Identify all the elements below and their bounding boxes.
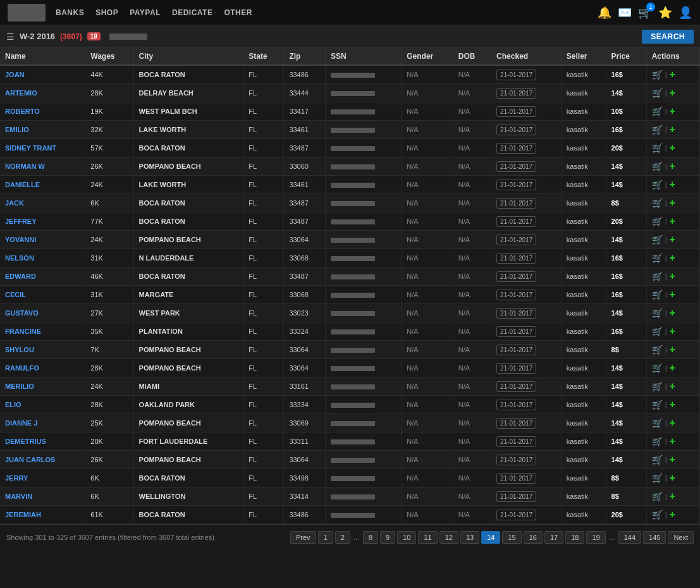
cell-name[interactable]: GUSTAVO	[0, 304, 85, 322]
add-icon[interactable]: +	[670, 234, 675, 245]
add-to-cart-icon[interactable]: 🛒	[652, 271, 663, 281]
nav-dedicate[interactable]: Dedicate	[172, 8, 212, 17]
add-to-cart-icon[interactable]: 🛒	[652, 88, 663, 98]
cell-name[interactable]: DANIELLE	[0, 176, 85, 194]
cell-name[interactable]: ROBERTO	[0, 102, 85, 121]
cell-name[interactable]: CECIL	[0, 286, 85, 304]
cell-name[interactable]: FRANCINE	[0, 322, 85, 341]
add-icon[interactable]: +	[670, 381, 675, 392]
cell-name[interactable]: JACK	[0, 194, 85, 212]
page-btn-16[interactable]: 16	[524, 531, 543, 544]
add-to-cart-icon[interactable]: 🛒	[652, 455, 663, 465]
cell-name[interactable]: NORMAN W	[0, 157, 85, 176]
add-icon[interactable]: +	[670, 436, 675, 447]
nav-shop[interactable]: Shop	[95, 8, 118, 17]
page-btn-19[interactable]: 19	[586, 531, 605, 544]
page-btn-144[interactable]: 144	[618, 531, 641, 544]
add-to-cart-icon[interactable]: 🛒	[652, 345, 663, 355]
add-icon[interactable]: +	[670, 106, 675, 117]
add-icon[interactable]: +	[670, 491, 675, 502]
search-button[interactable]: SEARCH	[642, 30, 694, 44]
cart-icon[interactable]: 🛒 1	[638, 6, 652, 20]
hamburger-icon[interactable]: ☰	[6, 32, 15, 42]
add-to-cart-icon[interactable]: 🛒	[652, 235, 663, 245]
add-to-cart-icon[interactable]: 🛒	[652, 216, 663, 226]
cell-name[interactable]: JEREMIAH	[0, 506, 85, 524]
add-icon[interactable]: +	[670, 326, 675, 337]
add-to-cart-icon[interactable]: 🛒	[652, 198, 663, 208]
page-btn-11[interactable]: 11	[418, 531, 437, 544]
add-icon[interactable]: +	[670, 216, 675, 227]
cell-name[interactable]: JEFFREY	[0, 212, 85, 231]
add-to-cart-icon[interactable]: 🛒	[652, 491, 663, 501]
add-icon[interactable]: +	[670, 289, 675, 300]
add-icon[interactable]: +	[670, 454, 675, 465]
page-btn-8[interactable]: 8	[363, 531, 378, 544]
add-icon[interactable]: +	[670, 417, 675, 429]
page-btn-10[interactable]: 10	[397, 531, 416, 544]
page-btn-9[interactable]: 9	[380, 531, 395, 544]
nav-other[interactable]: Other	[224, 8, 252, 17]
page-btn-12[interactable]: 12	[439, 531, 458, 544]
add-icon[interactable]: +	[670, 87, 675, 99]
add-to-cart-icon[interactable]: 🛒	[652, 70, 663, 80]
message-icon[interactable]: ✉️	[618, 6, 632, 20]
add-icon[interactable]: +	[670, 472, 675, 484]
cell-name[interactable]: MERILIO	[0, 377, 85, 396]
cell-name[interactable]: DEMETRIUS	[0, 432, 85, 451]
add-to-cart-icon[interactable]: 🛒	[652, 161, 663, 171]
prev-button[interactable]: Prev	[290, 531, 316, 544]
star-icon[interactable]: ⭐	[658, 6, 672, 20]
cell-name[interactable]: JOAN	[0, 65, 85, 84]
bell-icon[interactable]: 🔔	[598, 6, 611, 20]
next-button[interactable]: Next	[668, 531, 694, 544]
add-to-cart-icon[interactable]: 🛒	[652, 400, 663, 410]
add-icon[interactable]: +	[670, 142, 675, 154]
add-to-cart-icon[interactable]: 🛒	[652, 363, 663, 373]
add-icon[interactable]: +	[670, 124, 675, 135]
user-icon[interactable]: 👤	[679, 6, 692, 20]
cell-name[interactable]: JERRY	[0, 469, 85, 487]
page-btn-17[interactable]: 17	[544, 531, 563, 544]
page-btn-18[interactable]: 18	[565, 531, 584, 544]
add-to-cart-icon[interactable]: 🛒	[652, 143, 663, 153]
add-to-cart-icon[interactable]: 🛒	[652, 473, 663, 483]
add-icon[interactable]: +	[670, 307, 675, 319]
add-to-cart-icon[interactable]: 🛒	[652, 381, 663, 391]
cell-name[interactable]: YOVANNI	[0, 231, 85, 249]
cell-name[interactable]: SIDNEY TRANT	[0, 139, 85, 157]
add-icon[interactable]: +	[670, 161, 675, 172]
cell-name[interactable]: RANULFO	[0, 359, 85, 377]
add-to-cart-icon[interactable]: 🛒	[652, 510, 663, 520]
add-icon[interactable]: +	[670, 362, 675, 374]
add-to-cart-icon[interactable]: 🛒	[652, 253, 663, 263]
cell-name[interactable]: MARVIN	[0, 487, 85, 506]
add-to-cart-icon[interactable]: 🛒	[652, 106, 663, 116]
page-btn-1[interactable]: 1	[318, 531, 333, 544]
page-btn-13[interactable]: 13	[460, 531, 479, 544]
add-icon[interactable]: +	[670, 197, 675, 209]
cell-name[interactable]: DIANNE J	[0, 414, 85, 432]
page-btn-2[interactable]: 2	[335, 531, 350, 544]
cell-name[interactable]: JUAN CARLOS	[0, 451, 85, 469]
add-icon[interactable]: +	[670, 509, 675, 520]
cell-name[interactable]: EMILIO	[0, 121, 85, 139]
add-icon[interactable]: +	[670, 252, 675, 264]
add-icon[interactable]: +	[670, 399, 675, 410]
cell-name[interactable]: ARTEMIO	[0, 84, 85, 102]
add-icon[interactable]: +	[670, 344, 675, 355]
cell-name[interactable]: EDWARD	[0, 267, 85, 286]
cell-name[interactable]: SHYLOU	[0, 341, 85, 359]
page-btn-15[interactable]: 15	[502, 531, 521, 544]
page-btn-145[interactable]: 145	[643, 531, 666, 544]
add-to-cart-icon[interactable]: 🛒	[652, 180, 663, 190]
add-to-cart-icon[interactable]: 🛒	[652, 125, 663, 135]
page-btn-14[interactable]: 14	[481, 531, 500, 544]
cell-name[interactable]: ELIO	[0, 396, 85, 414]
add-to-cart-icon[interactable]: 🛒	[652, 418, 663, 428]
add-icon[interactable]: +	[670, 271, 675, 282]
add-icon[interactable]: +	[670, 179, 675, 190]
add-to-cart-icon[interactable]: 🛒	[652, 326, 663, 336]
add-icon[interactable]: +	[670, 69, 675, 80]
nav-banks[interactable]: Banks	[56, 8, 84, 17]
